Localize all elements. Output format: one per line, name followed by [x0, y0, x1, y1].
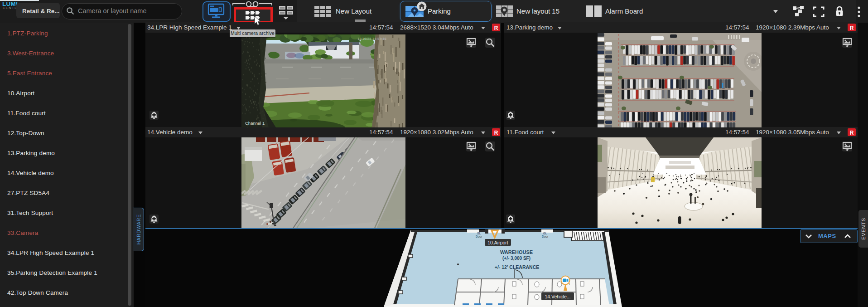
svg-text:+/- 12' CLEARANCE: +/- 12' CLEARANCE	[495, 264, 539, 270]
svg-text:(+/- 3,000 SF): (+/- 3,000 SF)	[502, 256, 530, 261]
svg-text:11/16/23 14:57:46: 11/16/23 14:57:46	[357, 37, 386, 41]
svg-text:GL: GL	[543, 232, 547, 235]
svg-text:Door: Door	[476, 235, 482, 238]
svg-text:Channel 1: Channel 1	[245, 121, 265, 126]
svg-text:GL: GL	[477, 232, 481, 235]
svg-text:Door: Door	[542, 235, 549, 238]
svg-text:10.Airport: 10.Airport	[487, 240, 508, 245]
svg-text:14.Vehicle...: 14.Vehicle...	[545, 294, 570, 299]
svg-text:WAREHOUSE: WAREHOUSE	[500, 249, 533, 255]
